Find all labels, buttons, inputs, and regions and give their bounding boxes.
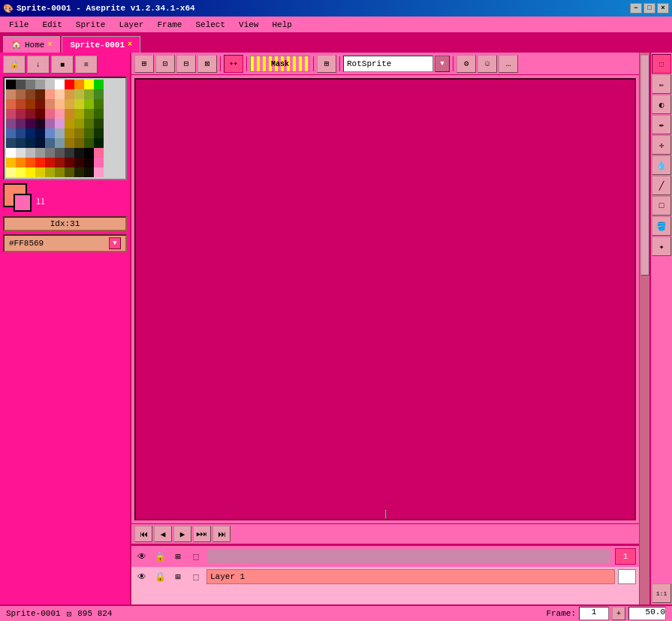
tool-pencil[interactable]: ✏: [652, 74, 671, 94]
palette-cell[interactable]: [84, 158, 94, 167]
palette-cell[interactable]: [65, 128, 74, 138]
tab-sprite-close[interactable]: ×: [128, 41, 132, 49]
palette-cell[interactable]: [6, 119, 16, 128]
palette-cell[interactable]: [35, 119, 45, 128]
palette-cell[interactable]: [26, 138, 35, 148]
tab-home[interactable]: 🏠 Home ×: [3, 36, 60, 53]
palette-cell[interactable]: [26, 109, 35, 119]
layer-row-visibility[interactable]: 👁: [134, 569, 149, 584]
frame-input[interactable]: 1: [579, 607, 609, 620]
tool-fill[interactable]: ■: [51, 56, 74, 74]
palette-cell[interactable]: [74, 128, 84, 138]
palette-cell[interactable]: [94, 109, 104, 119]
palette-cell[interactable]: [35, 148, 45, 158]
palette-cell[interactable]: [65, 138, 74, 148]
palette-cell[interactable]: [84, 128, 94, 138]
palette-cell[interactable]: [16, 167, 26, 177]
palette-cell[interactable]: [55, 158, 65, 167]
palette-cell[interactable]: [35, 167, 45, 177]
palette-cell[interactable]: [26, 89, 35, 99]
menu-frame[interactable]: Frame: [151, 19, 188, 31]
frame-col-header[interactable]: 1: [615, 548, 636, 565]
v-scrollbar-thumb[interactable]: [640, 55, 649, 276]
palette-cell[interactable]: [55, 89, 65, 99]
close-button[interactable]: ×: [657, 3, 669, 14]
palette-cell[interactable]: [65, 148, 74, 158]
palette-cell[interactable]: [16, 158, 26, 167]
palette-cell[interactable]: [6, 148, 16, 158]
toolbar-magic-wand[interactable]: ⊠: [197, 55, 217, 73]
palette-cell[interactable]: [26, 128, 35, 138]
palette-cell[interactable]: [74, 148, 84, 158]
palette-cell[interactable]: [45, 128, 55, 138]
fit-screen-btn[interactable]: 1:1: [652, 583, 671, 603]
palette-cell[interactable]: [84, 89, 94, 99]
frame-plus-btn[interactable]: +: [612, 607, 625, 620]
palette-cell[interactable]: [94, 99, 104, 109]
palette-cell[interactable]: [74, 99, 84, 109]
palette-cell[interactable]: [26, 148, 35, 158]
palette-cell[interactable]: [35, 128, 45, 138]
palette-cell[interactable]: [26, 167, 35, 177]
palette-cell[interactable]: [84, 138, 94, 148]
palette-cell[interactable]: [35, 99, 45, 109]
palette-cell[interactable]: [16, 99, 26, 109]
palette-cell[interactable]: [45, 138, 55, 148]
color-hex-arrow[interactable]: ▼: [109, 237, 121, 249]
toolbar-settings[interactable]: ⚙: [457, 55, 476, 73]
palette-cell[interactable]: [16, 119, 26, 128]
tool-fill-bucket[interactable]: 🪣: [652, 216, 671, 236]
palette-cell[interactable]: [45, 109, 55, 119]
palette-cell[interactable]: [94, 158, 104, 167]
palette-cell[interactable]: [16, 148, 26, 158]
palette-cell[interactable]: [74, 119, 84, 128]
palette-cell[interactable]: [65, 167, 74, 177]
palette-cell[interactable]: [94, 80, 104, 89]
minimize-button[interactable]: −: [630, 3, 642, 14]
palette-cell[interactable]: [94, 167, 104, 177]
palette-cell[interactable]: [55, 119, 65, 128]
palette-cell[interactable]: [74, 80, 84, 89]
menu-help[interactable]: Help: [266, 19, 297, 31]
layer-row-type[interactable]: ⊞: [170, 569, 185, 584]
tool-pen[interactable]: ✒: [652, 115, 671, 134]
palette-cell[interactable]: [6, 109, 16, 119]
tool-line[interactable]: ╱: [652, 176, 671, 195]
palette-cell[interactable]: [74, 138, 84, 148]
tool-down[interactable]: ↓: [27, 56, 50, 74]
palette-cell[interactable]: [6, 167, 16, 177]
palette-cell[interactable]: [16, 89, 26, 99]
layer-row-lock[interactable]: 🔒: [152, 569, 167, 584]
palette-cell[interactable]: [55, 128, 65, 138]
layer-continuous-icon[interactable]: ⬚: [188, 549, 203, 564]
palette-cell[interactable]: [45, 119, 55, 128]
palette-cell[interactable]: [45, 158, 55, 167]
palette-cell[interactable]: [55, 99, 65, 109]
toolbar-grid[interactable]: ⊞: [317, 55, 336, 73]
palette-cell[interactable]: [94, 119, 104, 128]
palette-cell[interactable]: [6, 89, 16, 99]
palette-cell[interactable]: [65, 158, 74, 167]
menu-select[interactable]: Select: [189, 19, 231, 31]
palette-cell[interactable]: [65, 80, 74, 89]
tab-sprite[interactable]: Sprite-0001 ×: [62, 36, 140, 53]
layer-row-name[interactable]: Layer 1: [206, 569, 615, 584]
palette-cell[interactable]: [94, 128, 104, 138]
palette-cell[interactable]: [55, 80, 65, 89]
toolbar-ellipse-sel[interactable]: ⊟: [176, 55, 196, 73]
palette-cell[interactable]: [26, 158, 35, 167]
palette-cell[interactable]: [84, 99, 94, 109]
palette-cell[interactable]: [94, 148, 104, 158]
menu-layer[interactable]: Layer: [113, 19, 149, 31]
palette-cell[interactable]: [6, 138, 16, 148]
frame-play[interactable]: ▶: [173, 526, 191, 542]
palette-cell[interactable]: [16, 109, 26, 119]
canvas-container[interactable]: [134, 78, 636, 520]
palette-cell[interactable]: [45, 99, 55, 109]
tool-blur[interactable]: ✦: [652, 237, 671, 256]
palette-cell[interactable]: [74, 167, 84, 177]
frame-first[interactable]: ⏮: [134, 526, 152, 542]
menu-sprite[interactable]: Sprite: [70, 19, 112, 31]
menu-file[interactable]: File: [3, 19, 35, 31]
tool-menu[interactable]: ≡: [75, 56, 98, 74]
